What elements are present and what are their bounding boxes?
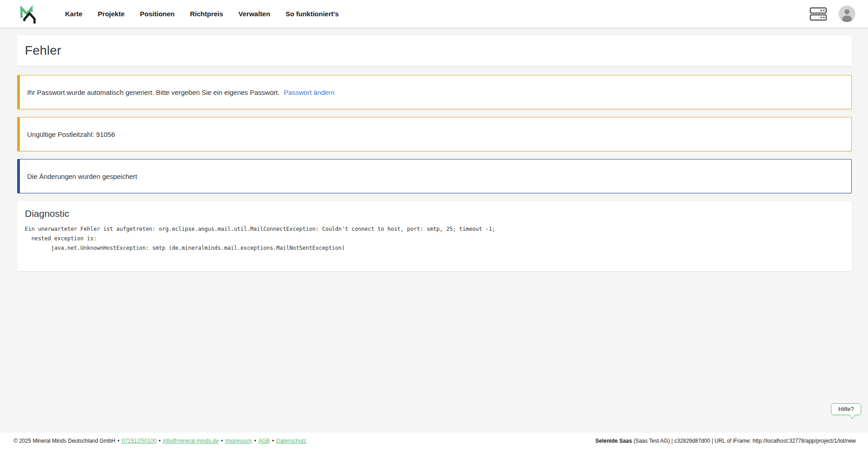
diagnostic-text: Ein unerwarteter Fehler ist aufgetreten:…: [25, 224, 844, 253]
separator: •: [272, 438, 274, 444]
alert-text: Ihr Passwort wurde automatisch generiert…: [27, 89, 280, 96]
user-avatar-icon: [839, 5, 855, 22]
help-button-label: Hilfe?: [838, 406, 854, 412]
copyright-text: © 2025 Mineral Minds Deutschland GmbH: [14, 438, 115, 444]
footer-link-email[interactable]: info@mineral-minds.de: [163, 438, 219, 444]
page-title: Fehler: [25, 43, 61, 58]
top-navbar: Karte Projekte Positionen Richtpreis Ver…: [0, 0, 868, 28]
diagnostic-title: Diagnostic: [25, 208, 844, 219]
app-logo[interactable]: [18, 4, 38, 24]
footer-link-phone[interactable]: 07151/250100: [122, 438, 156, 444]
diagnostic-panel: Diagnostic Ein unerwarteter Fehler ist a…: [17, 201, 852, 271]
footer-link-impressum[interactable]: Impressum: [225, 438, 252, 444]
nav-item-karte[interactable]: Karte: [65, 10, 82, 18]
footer: © 2025 Mineral Minds Deutschland GmbH • …: [0, 433, 868, 449]
tenant-details: (Saas Test AG) | c32829d87d00 | URL of i…: [632, 438, 856, 444]
nav-item-so-funktionierts[interactable]: So funktioniert's: [286, 10, 339, 18]
footer-link-datenschutz[interactable]: Datenschutz: [276, 438, 307, 444]
change-password-link[interactable]: Passwort ändern: [284, 89, 335, 96]
stacked-cards-button[interactable]: [810, 7, 827, 21]
tenant-info: Selenide Saas (Saas Test AG) | c32829d87…: [595, 438, 856, 444]
page-header-card: Fehler: [17, 35, 852, 66]
help-button[interactable]: Hilfe?: [831, 403, 861, 415]
alert-password-generated: Ihr Passwort wurde automatisch generiert…: [17, 75, 852, 109]
nav-item-richtpreis[interactable]: Richtpreis: [190, 10, 223, 18]
alert-changes-saved: Die Änderungen wurden gespeichert: [17, 159, 852, 193]
separator: •: [118, 438, 119, 444]
stacked-cards-icon: [810, 7, 827, 21]
main-nav: Karte Projekte Positionen Richtpreis Ver…: [65, 10, 339, 18]
user-menu-button[interactable]: [839, 5, 855, 22]
separator: •: [221, 438, 223, 444]
main-content: Fehler Ihr Passwort wurde automatisch ge…: [0, 28, 868, 271]
nav-item-verwalten[interactable]: Verwalten: [239, 10, 270, 18]
footer-legal: © 2025 Mineral Minds Deutschland GmbH • …: [14, 438, 307, 444]
alert-invalid-postal-code: Ungültige Postleitzahl: 91056: [17, 117, 852, 151]
nav-item-projekte[interactable]: Projekte: [98, 10, 124, 18]
separator: •: [254, 438, 256, 444]
footer-link-agb[interactable]: AGB: [258, 438, 269, 444]
separator: •: [159, 438, 160, 444]
tenant-name: Selenide Saas: [595, 438, 632, 444]
navbar-actions: [810, 5, 855, 22]
mineral-minds-logo-icon: [19, 5, 38, 23]
nav-item-positionen[interactable]: Positionen: [140, 10, 175, 18]
alert-text: Ungültige Postleitzahl: 91056: [27, 131, 115, 138]
alert-text: Die Änderungen wurden gespeichert: [27, 173, 137, 180]
